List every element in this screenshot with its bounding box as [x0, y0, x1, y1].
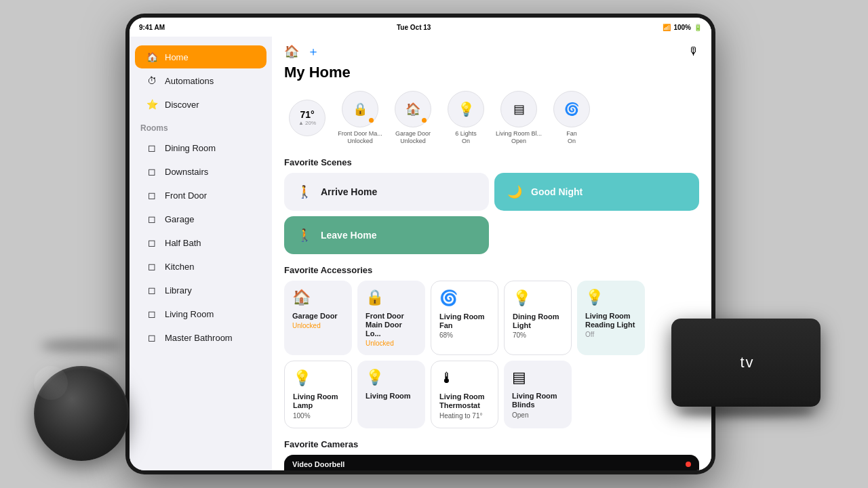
temp-value: 71°: [300, 109, 314, 120]
status-bar: 9:41 AM Tue Oct 13 📶 100% 🔋: [130, 18, 711, 37]
sidebar-item-front-door[interactable]: ◻ Front Door: [135, 184, 267, 207]
front-door-chip-label: Front Door Ma...Unlocked: [338, 130, 382, 145]
acc-reading-light-status: Off: [585, 331, 637, 338]
acc-garage-status: Unlocked: [292, 322, 344, 329]
temp-circle: 71° ▲ 20%: [289, 100, 326, 136]
arrive-home-scene[interactable]: 🚶 Arrive Home: [284, 173, 489, 211]
leave-home-scene[interactable]: 🚶 Leave Home: [284, 216, 489, 254]
siri-icon[interactable]: 🎙: [688, 45, 699, 58]
garage-orange-dot: [422, 118, 427, 123]
acc-blinds[interactable]: ▤ Living Room Blinds Open: [504, 361, 572, 428]
room-icon-5: ◻: [146, 237, 158, 249]
sidebar-item-library[interactable]: ◻ Library: [135, 279, 267, 302]
acc-lock-status: Unlocked: [366, 340, 417, 347]
blinds-chip[interactable]: ▤ Living Room Bl...Open: [496, 91, 542, 145]
sidebar-item-home[interactable]: 🏠 Home: [135, 45, 267, 68]
acc-lamp-status: 100%: [293, 412, 343, 420]
lights-chip-label: 6 LightsOn: [455, 130, 477, 145]
acc-dining-light-name: Dining Room Light: [513, 312, 563, 330]
acc-living-room-lamp[interactable]: 💡 Living Room Lamp 100%: [284, 361, 352, 428]
sidebar-item-discover-label: Discover: [165, 100, 199, 110]
acc-thermostat[interactable]: 🌡 Living Room Thermostat Heating to 71°: [431, 361, 498, 428]
acc-thermostat-name: Living Room Thermostat: [439, 392, 490, 410]
home-nav-icon[interactable]: 🏠: [284, 44, 299, 59]
sidebar-item-master-bathroom[interactable]: ◻ Master Bathroom: [135, 326, 267, 349]
arrive-home-icon: 🚶: [295, 182, 314, 201]
add-button[interactable]: ＋: [307, 43, 319, 60]
garage-icon: 🏠: [406, 102, 420, 117]
accessory-row: 71° ▲ 20% 🔒 Front Door Ma...Unlocked: [272, 87, 711, 153]
favorite-accessories-header: Favorite Accessories: [272, 261, 711, 281]
status-date: Tue Oct 13: [397, 24, 431, 31]
ipad-frame: 9:41 AM Tue Oct 13 📶 100% 🔋 🏠 Home ⏱ Aut…: [125, 14, 715, 474]
acc-reading-light[interactable]: 💡 Living Room Reading Light Off: [577, 281, 645, 356]
garage-label: Garage: [165, 214, 194, 224]
camera-name: Video Doorbell: [292, 460, 344, 468]
acc-living-room[interactable]: 💡 Living Room: [357, 361, 425, 428]
acc-blinds-icon: ▤: [512, 369, 564, 386]
wifi-icon: 📶: [663, 24, 671, 31]
acc-living-room-name: Living Room: [366, 392, 417, 401]
acc-fan-name: Living Room Fan: [439, 312, 490, 330]
sidebar-item-discover[interactable]: ⭐ Discover: [135, 93, 267, 116]
library-label: Library: [165, 285, 192, 296]
room-icon-6: ◻: [146, 260, 158, 272]
garage-door-circle: 🏠: [395, 91, 431, 127]
kitchen-label: Kitchen: [165, 262, 194, 272]
sidebar-item-living-room[interactable]: ◻ Living Room: [135, 302, 267, 325]
sidebar-item-garage[interactable]: ◻ Garage: [135, 207, 267, 230]
acc-garage-icon: 🏠: [292, 289, 344, 306]
blinds-chip-label: Living Room Bl...Open: [496, 130, 542, 145]
acc-fan-status: 68%: [439, 331, 490, 339]
garage-door-chip[interactable]: 🏠 Garage DoorUnlocked: [390, 91, 436, 145]
top-nav: 🏠 ＋ 🎙: [272, 37, 711, 64]
front-door-chip[interactable]: 🔒 Front Door Ma...Unlocked: [337, 91, 383, 145]
room-icon-3: ◻: [146, 189, 158, 201]
room-icon: ◻: [146, 142, 158, 154]
acc-dining-light-status: 70%: [513, 331, 563, 339]
acc-lamp-icon: 💡: [293, 369, 343, 387]
acc-lock-name: Front Door Main Door Lo...: [366, 312, 417, 339]
fan-chip[interactable]: 🌀 FanOn: [549, 91, 595, 145]
sidebar-item-dining-room[interactable]: ◻ Dining Room: [135, 136, 267, 159]
room-icon-4: ◻: [146, 213, 158, 225]
master-bathroom-label: Master Bathroom: [165, 333, 233, 343]
acc-garage-name: Garage Door: [292, 312, 344, 321]
sidebar-item-automations[interactable]: ⏱ Automations: [135, 69, 267, 92]
sidebar: 🏠 Home ⏱ Automations ⭐ Discover Rooms ◻ …: [130, 37, 272, 470]
status-right: 📶 100% 🔋: [663, 24, 702, 31]
sidebar-item-automations-label: Automations: [165, 76, 214, 86]
lights-chip[interactable]: 💡 6 LightsOn: [443, 91, 489, 145]
acc-front-door-lock[interactable]: 🔒 Front Door Main Door Lo... Unlocked: [357, 281, 425, 356]
appletv-body: tv: [671, 319, 821, 407]
temp-chip[interactable]: 71° ▲ 20%: [284, 100, 330, 136]
fan-circle: 🌀: [553, 91, 590, 127]
battery-level: 100%: [673, 24, 691, 31]
homepod-body: [34, 366, 129, 461]
camera-header: Video Doorbell: [284, 455, 699, 470]
front-door-label: Front Door: [165, 190, 207, 201]
room-icon-7: ◻: [146, 284, 158, 296]
app-layout: 🏠 Home ⏱ Automations ⭐ Discover Rooms ◻ …: [130, 37, 711, 470]
room-icon-8: ◻: [146, 308, 158, 320]
leave-home-icon: 🚶: [295, 226, 314, 245]
ipad-screen: 9:41 AM Tue Oct 13 📶 100% 🔋 🏠 Home ⏱ Aut…: [130, 18, 711, 470]
acc-garage-door[interactable]: 🏠 Garage Door Unlocked: [284, 281, 352, 356]
sidebar-item-half-bath[interactable]: ◻ Half Bath: [135, 231, 267, 254]
acc-lamp-name: Living Room Lamp: [293, 392, 343, 410]
dining-room-label: Dining Room: [165, 143, 216, 153]
acc-dining-room-light[interactable]: 💡 Dining Room Light 70%: [504, 281, 572, 356]
sidebar-item-kitchen[interactable]: ◻ Kitchen: [135, 255, 267, 278]
sidebar-item-downstairs[interactable]: ◻ Downstairs: [135, 160, 267, 183]
acc-dining-light-icon: 💡: [513, 289, 563, 307]
acc-thermostat-status: Heating to 71°: [439, 412, 490, 420]
orange-dot: [369, 118, 374, 123]
acc-living-room-fan[interactable]: 🌀 Living Room Fan 68%: [431, 281, 498, 356]
good-night-scene[interactable]: 🌙 Good Night: [494, 173, 699, 211]
favorite-scenes-header: Favorite Scenes: [272, 153, 711, 173]
blinds-circle: ▤: [500, 91, 537, 127]
downstairs-label: Downstairs: [165, 167, 208, 177]
camera-card[interactable]: Video Doorbell: [284, 455, 699, 470]
lights-icon: 💡: [458, 101, 475, 117]
acc-thermostat-icon: 🌡: [439, 369, 490, 387]
